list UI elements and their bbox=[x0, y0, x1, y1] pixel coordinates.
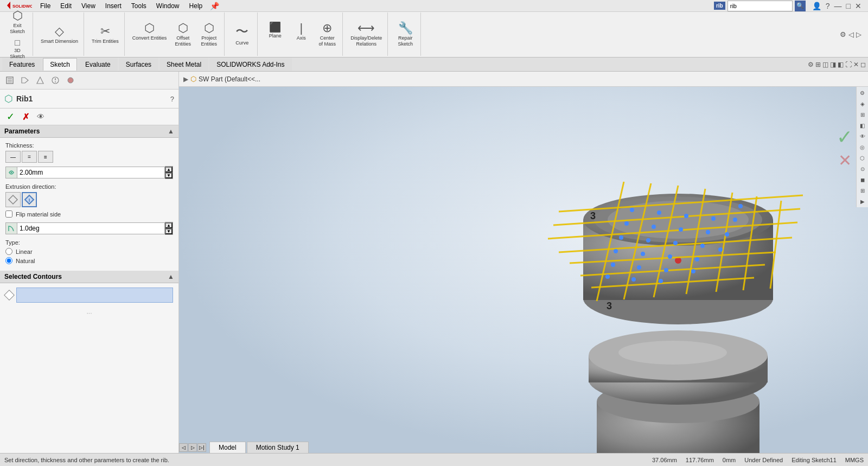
toolbar-group-exit: ⬡ ExitSketch □ 3DSketch bbox=[2, 12, 33, 56]
trim-entities-button[interactable]: ✂ Trim Entities bbox=[90, 23, 121, 46]
panel-icon-2[interactable] bbox=[18, 74, 31, 87]
right-tb-8[interactable]: ⊙ bbox=[858, 164, 867, 174]
tab-sketch[interactable]: Sketch bbox=[43, 58, 77, 71]
minimize-icon[interactable]: — bbox=[834, 2, 842, 10]
menu-file[interactable]: File bbox=[36, 1, 55, 11]
action-buttons-bar: ✓ ✗ 👁 bbox=[0, 108, 178, 125]
panel-close-icon[interactable]: ✕ bbox=[853, 61, 859, 68]
view-options-icon-3[interactable]: ◫ bbox=[822, 61, 828, 68]
tab-sheet-metal[interactable]: Sheet Metal bbox=[159, 58, 208, 71]
curve-button[interactable]: 〜 Curve bbox=[230, 22, 254, 47]
thickness-increment-button[interactable]: ▲ bbox=[165, 167, 173, 173]
close-icon[interactable]: ✕ bbox=[855, 2, 861, 10]
view-settings-icon[interactable]: ⚙ bbox=[840, 30, 846, 39]
right-tb-5[interactable]: 👁 bbox=[858, 131, 867, 141]
big-cancel[interactable]: ✕ bbox=[838, 151, 852, 170]
3d-sketch-button[interactable]: □ 3DSketch bbox=[5, 37, 29, 61]
angle-input[interactable]: 1.0deg bbox=[17, 222, 165, 234]
contour-input-field[interactable] bbox=[16, 288, 173, 303]
panel-icon-5[interactable] bbox=[64, 74, 77, 87]
plane-button[interactable]: ⬛ Plane bbox=[263, 20, 287, 48]
right-tb-1[interactable]: ⚙ bbox=[858, 88, 867, 98]
tab-evaluate[interactable]: Evaluate bbox=[78, 58, 118, 71]
project-entities-button[interactable]: ⬡ ProjectEntities bbox=[197, 20, 221, 48]
view-fullscreen-icon[interactable]: ⛶ bbox=[845, 61, 852, 68]
tab-features[interactable]: Features bbox=[2, 58, 42, 71]
search-button[interactable]: 🔍 bbox=[795, 1, 806, 11]
project-entities-label: ProjectEntities bbox=[201, 35, 217, 47]
menu-tools[interactable]: Tools bbox=[127, 1, 151, 11]
svg-point-64 bbox=[637, 265, 641, 270]
menu-window[interactable]: Window bbox=[152, 1, 184, 11]
tab-surfaces[interactable]: Surfaces bbox=[119, 58, 158, 71]
svg-point-57 bbox=[725, 232, 729, 237]
right-tb-3[interactable]: ⊞ bbox=[858, 110, 867, 119]
extrusion-direction-2-button[interactable] bbox=[22, 192, 37, 207]
right-tb-7[interactable]: ⬡ bbox=[858, 153, 867, 163]
extrusion-direction-1-button[interactable] bbox=[5, 192, 21, 207]
type-linear-radio[interactable] bbox=[5, 248, 12, 255]
nav-end-button[interactable]: ▷| bbox=[197, 443, 206, 452]
angle-increment-button[interactable]: ▲ bbox=[165, 222, 173, 228]
exit-sketch-button[interactable]: ⬡ ExitSketch bbox=[5, 8, 29, 36]
big-checkmark[interactable]: ✓ bbox=[837, 126, 853, 149]
menu-insert[interactable]: Insert bbox=[101, 1, 126, 11]
thickness-right-button[interactable]: ≡ bbox=[38, 151, 53, 163]
help-icon[interactable]: ? bbox=[826, 2, 830, 10]
view-options-icon-5[interactable]: ◧ bbox=[838, 61, 844, 68]
right-tb-6[interactable]: ◎ bbox=[858, 142, 867, 152]
help-button[interactable]: ? bbox=[170, 95, 174, 103]
smart-dimension-button[interactable]: ◇ Smart Dimension bbox=[39, 23, 80, 46]
toolbar-row: ⬡ ExitSketch □ 3DSketch ◇ Smart Dimensio… bbox=[0, 12, 868, 56]
right-tb-10[interactable]: ⊞ bbox=[858, 186, 867, 195]
menu-edit[interactable]: Edit bbox=[56, 1, 76, 11]
angle-decrement-button[interactable]: ▼ bbox=[165, 228, 173, 234]
repair-sketch-button[interactable]: 🔧 RepairSketch bbox=[393, 20, 417, 48]
right-tb-2[interactable]: ◈ bbox=[858, 99, 867, 108]
thickness-decrement-button[interactable]: ▼ bbox=[165, 173, 173, 178]
right-tb-9[interactable]: ◼ bbox=[858, 175, 867, 184]
flip-material-checkbox[interactable] bbox=[5, 210, 12, 218]
view-options-icon-4[interactable]: ◨ bbox=[830, 61, 836, 68]
right-tb-4[interactable]: ◧ bbox=[858, 120, 867, 130]
svg-point-10 bbox=[68, 78, 73, 83]
3d-sketch-icon: □ bbox=[15, 38, 20, 48]
display-delete-relations-button[interactable]: ⟷ Display/DeleteRelations bbox=[348, 20, 384, 48]
convert-entities-button[interactable]: ⬡ Convert Entities bbox=[130, 20, 169, 48]
view-options-icon-2[interactable]: ⊞ bbox=[815, 61, 821, 68]
center-of-mass-button[interactable]: ⊕ Centerof Mass bbox=[315, 20, 339, 48]
tree-expand-arrow[interactable]: ▶ bbox=[183, 75, 188, 83]
panel-float-icon[interactable]: ◻ bbox=[860, 61, 866, 68]
panel-icon-1[interactable] bbox=[3, 74, 16, 87]
preview-button[interactable]: 👁 bbox=[35, 111, 47, 123]
collapse-panel-icon[interactable]: ◁ bbox=[848, 30, 854, 39]
parameters-section-header[interactable]: Parameters ▲ bbox=[0, 125, 178, 138]
thickness-center-button[interactable]: = bbox=[22, 151, 37, 163]
view-options-icon-1[interactable]: ⚙ bbox=[808, 61, 814, 68]
type-natural-radio[interactable] bbox=[5, 257, 12, 264]
cancel-button[interactable]: ✗ bbox=[20, 111, 31, 123]
pin-icon[interactable]: 📌 bbox=[210, 2, 219, 10]
menu-view[interactable]: View bbox=[77, 1, 100, 11]
user-icon[interactable]: 👤 bbox=[812, 2, 821, 10]
trim-entities-icon: ✂ bbox=[100, 24, 110, 39]
tab-model[interactable]: Model bbox=[209, 442, 246, 453]
right-tb-11[interactable]: ▶ bbox=[858, 196, 867, 206]
nav-next-button[interactable]: ▷ bbox=[188, 443, 197, 452]
search-input[interactable] bbox=[727, 1, 793, 11]
offset-entities-button[interactable]: ⬡ OffsetEntities bbox=[171, 20, 195, 48]
tab-motion-study[interactable]: Motion Study 1 bbox=[247, 442, 309, 453]
display-relations-label: Display/DeleteRelations bbox=[350, 35, 382, 47]
thickness-input[interactable]: 2.00mm bbox=[17, 167, 165, 178]
ok-button[interactable]: ✓ bbox=[4, 111, 16, 123]
menu-help[interactable]: Help bbox=[185, 1, 207, 11]
expand-panel-icon[interactable]: ▷ bbox=[856, 30, 861, 39]
axis-button[interactable]: | Axis bbox=[289, 20, 313, 48]
selected-contours-section-header[interactable]: Selected Contours ▲ bbox=[0, 271, 178, 283]
panel-icon-4[interactable] bbox=[49, 74, 62, 87]
panel-icon-3[interactable] bbox=[34, 74, 47, 87]
thickness-left-button[interactable]: — bbox=[5, 151, 21, 163]
maximize-icon[interactable]: □ bbox=[846, 2, 851, 10]
nav-prev-button[interactable]: ◁ bbox=[179, 443, 188, 452]
tab-addins[interactable]: SOLIDWORKS Add-Ins bbox=[209, 58, 291, 71]
